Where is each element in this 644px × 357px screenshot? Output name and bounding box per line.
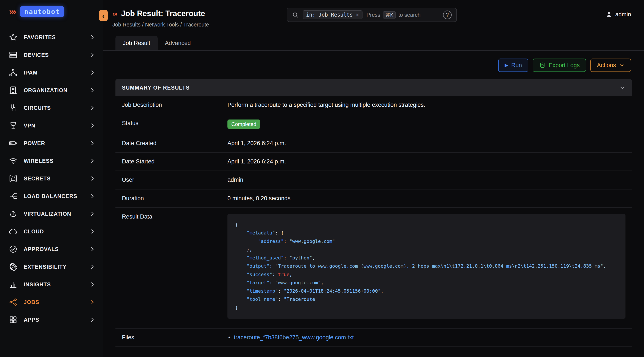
tab-advanced[interactable]: Advanced xyxy=(158,36,198,50)
play-icon: ▶ xyxy=(505,62,508,68)
chevron-right-icon xyxy=(89,87,96,94)
chevron-right-icon xyxy=(89,193,96,200)
tab-job-result[interactable]: Job Result xyxy=(116,36,158,50)
sidebar-item-vpn[interactable]: VPN xyxy=(0,117,103,134)
sidebar-item-label: SECRETS xyxy=(24,176,89,182)
row-label: Date Started xyxy=(116,153,221,170)
chevron-down-icon[interactable] xyxy=(619,84,626,91)
database-icon xyxy=(539,62,546,68)
chevron-right-icon xyxy=(89,316,96,323)
jobs-icon xyxy=(8,298,18,306)
export-logs-label: Export Logs xyxy=(548,62,580,69)
row-duration: Duration 0 minutes, 0.20 seconds xyxy=(116,190,632,208)
global-search-input[interactable]: in: Job Results × Press ⌘K to search ? xyxy=(287,8,457,22)
user-menu[interactable]: admin xyxy=(605,11,631,18)
summary-panel-title: SUMMARY OF RESULTS xyxy=(122,84,619,91)
sidebar-item-label: EXTENSIBILITY xyxy=(24,264,89,270)
sidebar-item-label: VIRTUALIZATION xyxy=(24,211,89,217)
circuits-icon xyxy=(8,103,18,112)
organization-icon xyxy=(8,86,18,95)
export-logs-button[interactable]: Export Logs xyxy=(533,58,586,72)
search-hint-press: Press xyxy=(366,12,380,18)
sidebar-item-label: WIRELESS xyxy=(24,158,89,164)
sidebar-item-label: CLOUD xyxy=(24,228,89,235)
row-value: admin xyxy=(221,171,632,189)
title-arrows-icon: ››› xyxy=(112,10,118,18)
row-job-description: Job Description Perform a traceroute to … xyxy=(116,96,632,114)
sidebar-item-label: POWER xyxy=(24,140,89,146)
row-label: Status xyxy=(116,114,221,132)
row-value: Perform a traceroute to a specified targ… xyxy=(221,96,632,114)
sidebar-item-label: DEVICES xyxy=(24,52,89,58)
row-label: Date Created xyxy=(116,134,221,152)
chevron-right-icon xyxy=(89,175,96,182)
row-result-data: Result Data { "metadata": { "address": "… xyxy=(116,208,632,329)
chevron-right-icon xyxy=(89,281,96,288)
row-label: Files xyxy=(116,328,221,346)
sidebar-item-circuits[interactable]: CIRCUITS xyxy=(0,99,103,117)
sidebar-item-wireless[interactable]: WIRELESS xyxy=(0,152,103,170)
tab-bar: Job Result Advanced xyxy=(104,36,644,51)
vpn-icon xyxy=(8,121,18,130)
sidebar-item-cloud[interactable]: CLOUD xyxy=(0,223,103,240)
sidebar-item-apps[interactable]: APPS xyxy=(0,311,103,328)
devices-icon xyxy=(8,50,18,60)
result-file-link[interactable]: traceroute_f7b38f6be275_www.google.com.t… xyxy=(234,334,354,341)
row-value: • traceroute_f7b38f6be275_www.google.com… xyxy=(221,328,632,346)
sidebar-nav: FAVORITESDEVICESIPAMORGANIZATIONCIRCUITS… xyxy=(0,28,103,328)
sidebar-item-approvals[interactable]: APPROVALS xyxy=(0,240,103,258)
status-badge: Completed xyxy=(228,120,260,129)
sidebar-item-virtualization[interactable]: VIRTUALIZATION xyxy=(0,205,103,223)
nautobot-logo[interactable]: ››› nautobot xyxy=(0,0,103,22)
row-status: Status Completed xyxy=(116,114,632,134)
sidebar-item-favorites[interactable]: FAVORITES xyxy=(0,28,103,46)
sidebar-item-devices[interactable]: DEVICES xyxy=(0,46,103,64)
main-content: ‹ ››› Job Result: Traceroute Job Results… xyxy=(104,0,644,357)
apps-icon xyxy=(8,315,18,324)
sidebar-item-ipam[interactable]: IPAM xyxy=(0,64,103,82)
sidebar: ››› nautobot FAVORITESDEVICESIPAMORGANIZ… xyxy=(0,0,104,357)
chevron-right-icon xyxy=(89,105,96,111)
chip-remove-icon[interactable]: × xyxy=(356,12,359,18)
search-filter-chip[interactable]: in: Job Results × xyxy=(302,10,362,20)
sidebar-item-label: APPS xyxy=(24,317,89,323)
row-value: April 1, 2026 6:24 p.m. xyxy=(221,153,632,170)
row-label: User xyxy=(116,171,221,189)
username: admin xyxy=(615,11,631,18)
sidebar-item-label: CIRCUITS xyxy=(24,105,89,111)
wireless-icon xyxy=(8,156,18,165)
chevron-right-icon xyxy=(89,140,96,146)
sidebar-item-label: LOAD BALANCERS xyxy=(24,193,89,200)
chevron-down-icon xyxy=(619,62,624,68)
sidebar-item-load-balancers[interactable]: LOAD BALANCERS xyxy=(0,187,103,205)
chevron-right-icon xyxy=(89,158,96,164)
run-button[interactable]: ▶ Run xyxy=(498,58,528,72)
sidebar-item-secrets[interactable]: SECRETS xyxy=(0,170,103,187)
row-date-created: Date Created April 1, 2026 6:24 p.m. xyxy=(116,134,632,153)
search-filter-chip-label: in: Job Results xyxy=(306,12,353,18)
search-hint: Press ⌘K to search xyxy=(366,12,439,18)
help-icon[interactable]: ? xyxy=(443,10,452,19)
sidebar-item-label: FAVORITES xyxy=(24,34,89,40)
chevron-right-icon xyxy=(89,210,96,217)
user-icon xyxy=(605,11,612,18)
row-value: 0 minutes, 0.20 seconds xyxy=(221,190,632,207)
sidebar-item-insights[interactable]: INSIGHTS xyxy=(0,276,103,293)
action-toolbar: ▶ Run Export Logs Actions xyxy=(104,51,644,72)
sidebar-item-power[interactable]: POWER xyxy=(0,134,103,152)
actions-button[interactable]: Actions xyxy=(590,58,631,72)
search-hint-suffix: to search xyxy=(398,12,421,18)
sidebar-item-extensibility[interactable]: EXTENSIBILITY xyxy=(0,258,103,276)
chevron-right-icon xyxy=(89,264,96,270)
sidebar-item-jobs[interactable]: JOBS xyxy=(0,293,103,311)
row-value: Completed xyxy=(221,114,632,134)
sidebar-item-organization[interactable]: ORGANIZATION xyxy=(0,82,103,99)
secrets-icon xyxy=(8,174,18,183)
page-header: ››› Job Result: Traceroute Job Results /… xyxy=(104,0,644,28)
breadcrumb[interactable]: Job Results / Network Tools / Traceroute xyxy=(112,22,287,28)
sidebar-collapse-button[interactable]: ‹ xyxy=(99,10,108,21)
chevron-right-icon xyxy=(89,34,96,40)
summary-panel-header[interactable]: SUMMARY OF RESULTS xyxy=(116,79,632,96)
summary-panel: SUMMARY OF RESULTS Job Description Perfo… xyxy=(116,79,632,347)
star-icon xyxy=(8,33,18,42)
